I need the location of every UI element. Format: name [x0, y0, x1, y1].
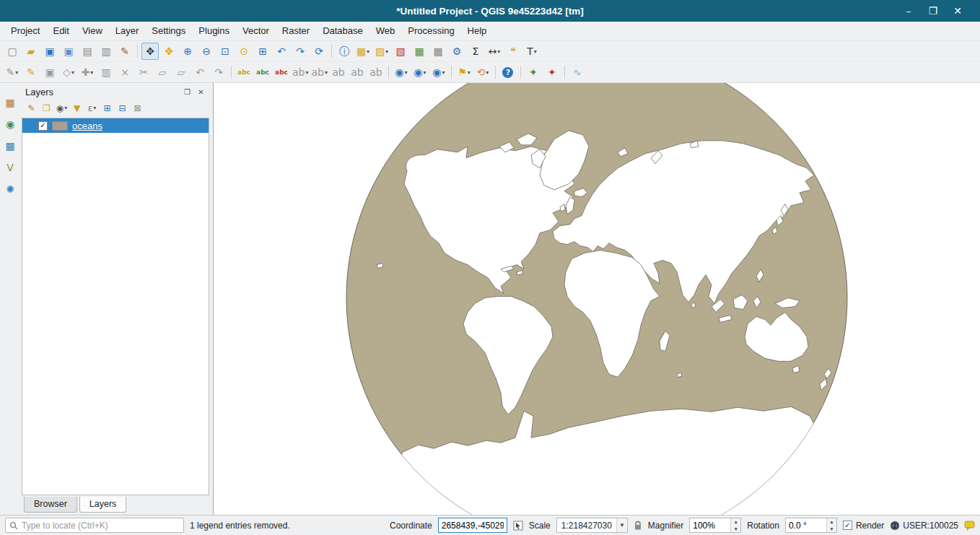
open-layer-styling-button[interactable]: ✎	[24, 100, 39, 116]
menu-project[interactable]: Project	[4, 22, 46, 40]
pin-unpin-labels-button[interactable]: ab▾	[292, 64, 309, 81]
select-features-button[interactable]: ▦▾	[354, 43, 372, 60]
render-checkbox[interactable]: ✓	[843, 521, 852, 530]
new-project-button[interactable]: ▢	[4, 43, 21, 60]
processing-toolbox-button[interactable]: ⚙	[448, 43, 465, 60]
select-by-form-button[interactable]: ▧	[392, 43, 409, 60]
zoom-in-button[interactable]: ⊕	[179, 43, 196, 60]
rotation-input[interactable]	[786, 518, 826, 532]
show-bookmarks-dropdown-icon[interactable]: ▾	[486, 69, 489, 76]
layer-labeling-button[interactable]: abc	[235, 64, 253, 81]
measure-button[interactable]: ↔▾	[486, 43, 503, 60]
digitize-segment-dropdown-icon[interactable]: ▾	[71, 69, 74, 76]
style-manager-button[interactable]: ✎	[116, 43, 134, 60]
menu-layer[interactable]: Layer	[109, 22, 146, 40]
text-annotation-button[interactable]: T▾	[523, 43, 541, 60]
digitize-segment-button[interactable]: ◇▾	[60, 64, 77, 81]
zoom-last-button[interactable]: ↶	[273, 43, 290, 60]
select-features-dropdown-icon[interactable]: ▾	[367, 48, 369, 55]
text-annotation-dropdown-icon[interactable]: ▾	[534, 48, 537, 55]
show-bookmarks-button[interactable]: ⟲▾	[474, 64, 491, 81]
save-project-button[interactable]: ▣	[41, 43, 58, 60]
layer-visibility-checkbox[interactable]: ✓	[38, 121, 48, 131]
locate-box[interactable]	[5, 518, 184, 533]
deselect-features-button[interactable]: ▨▾	[373, 43, 390, 60]
layers-panel-header[interactable]: Layers ❐✕	[20, 83, 211, 99]
menu-help[interactable]: Help	[461, 22, 494, 40]
zoom-out-button[interactable]: ⊖	[198, 43, 215, 60]
zoom-to-layer-button[interactable]: ⊞	[254, 43, 271, 60]
menu-processing[interactable]: Processing	[401, 22, 460, 40]
rotate-label-button[interactable]: ab	[349, 64, 366, 81]
tab-layers[interactable]: Layers	[79, 497, 127, 513]
spin-up-icon[interactable]: ▲	[827, 518, 836, 526]
coordinate-input[interactable]	[438, 518, 507, 533]
map-tips-button[interactable]: ❝	[504, 43, 522, 60]
paste-features-button[interactable]: ▱	[172, 64, 190, 81]
zoom-next-button[interactable]: ↷	[292, 43, 309, 60]
identify-tool-c-dropdown-icon[interactable]: ▾	[442, 69, 445, 76]
minimize-button[interactable]: –	[901, 3, 916, 19]
save-layer-edits-button[interactable]: ▣	[41, 64, 58, 81]
spin-up-icon[interactable]: ▲	[731, 518, 740, 526]
close-button[interactable]: ✕	[950, 3, 966, 19]
menu-edit[interactable]: Edit	[46, 22, 75, 40]
menu-web[interactable]: Web	[369, 22, 402, 40]
identify-tool-b-button[interactable]: ◉▾	[411, 64, 429, 81]
expand-all-button[interactable]: ⊞	[100, 100, 115, 116]
vertex-tool-button[interactable]: ✚▾	[79, 64, 96, 81]
zoom-to-selection-button[interactable]: ⊙	[235, 43, 253, 60]
filter-by-expression-dropdown-icon[interactable]: ▾	[93, 105, 96, 111]
new-bookmark-button[interactable]: ⚑▾	[455, 64, 473, 81]
magnifier-input[interactable]	[690, 518, 730, 532]
menu-vector[interactable]: Vector	[236, 22, 276, 40]
identify-tool-a-dropdown-icon[interactable]: ▾	[405, 69, 408, 76]
identify-tool-a-button[interactable]: ◉▾	[393, 64, 410, 81]
undo-edit-button[interactable]: ↶	[191, 64, 209, 81]
open-field-calculator-button[interactable]: ▩	[429, 43, 447, 60]
statistical-summary-button[interactable]: Σ	[467, 43, 484, 60]
magnifier-spinbox[interactable]: ▲▼	[689, 518, 741, 533]
close-panel-button[interactable]: ✕	[195, 87, 207, 98]
spin-down-icon[interactable]: ▼	[827, 526, 836, 533]
show-layout-manager-button[interactable]: ▥	[97, 43, 115, 60]
identify-tool-b-dropdown-icon[interactable]: ▾	[424, 69, 426, 76]
spin-down-icon[interactable]: ▼	[731, 526, 740, 533]
menu-plugins[interactable]: Plugins	[192, 22, 236, 40]
open-project-button[interactable]: ▰	[22, 43, 40, 60]
vertex-tool-dropdown-icon[interactable]: ▾	[90, 69, 93, 76]
manage-map-themes-dropdown-icon[interactable]: ▾	[64, 105, 67, 111]
new-print-layout-button[interactable]: ▤	[79, 43, 96, 60]
float-panel-button[interactable]: ❐	[181, 87, 193, 98]
new-shapefile-layer-button[interactable]: V	[1, 159, 19, 176]
new-bookmark-dropdown-icon[interactable]: ▾	[468, 69, 471, 76]
zoom-full-button[interactable]: ⊡	[216, 43, 234, 60]
render-toggle[interactable]: ✓ Render	[843, 521, 884, 531]
add-group-button[interactable]: ❐	[39, 100, 54, 116]
grass-tools-button[interactable]: ✦	[543, 64, 561, 81]
locate-input[interactable]	[22, 521, 180, 531]
filter-by-expression-button[interactable]: ε▾	[84, 100, 100, 116]
rotation-spin-buttons[interactable]: ▲▼	[826, 518, 836, 532]
menu-view[interactable]: View	[76, 22, 109, 40]
toggle-extents-icon[interactable]	[513, 521, 523, 531]
show-hide-labels-button[interactable]: ab▾	[310, 64, 328, 81]
save-project-as-button[interactable]: ▣	[60, 43, 77, 60]
manage-map-themes-button[interactable]: ◉▾	[54, 100, 69, 116]
tab-browser[interactable]: Browser	[24, 497, 77, 513]
lock-scale-icon[interactable]	[634, 521, 642, 531]
scale-combobox[interactable]: 1:218427030 ▼	[556, 518, 628, 533]
layer-diagram-button[interactable]: abc	[254, 64, 271, 81]
elevation-profile-button[interactable]: ∿	[569, 64, 586, 81]
layer-tree[interactable]: ✓ oceans	[22, 118, 209, 495]
refresh-map-button[interactable]: ⟳	[310, 43, 328, 60]
menu-raster[interactable]: Raster	[276, 22, 316, 40]
pan-map-button[interactable]: ✥	[141, 43, 159, 60]
measure-dropdown-icon[interactable]: ▾	[497, 48, 500, 55]
current-edits-button[interactable]: ✎▾	[4, 64, 21, 81]
add-vector-layer-button[interactable]: ◉	[1, 116, 19, 133]
show-hide-labels-dropdown-icon[interactable]: ▾	[325, 69, 328, 76]
messages-icon[interactable]	[964, 521, 975, 531]
rotation-spinbox[interactable]: ▲▼	[785, 518, 837, 533]
filter-legend-button[interactable]: ▼	[69, 100, 84, 116]
